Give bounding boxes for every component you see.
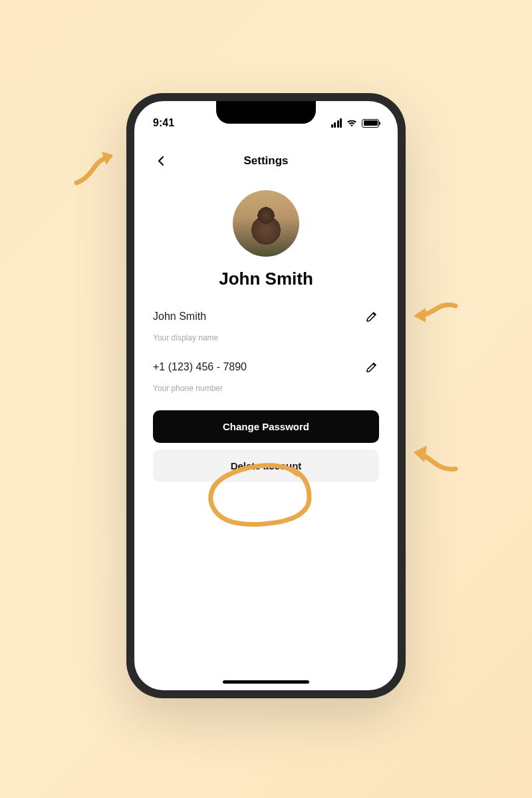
edit-phone-button[interactable] (364, 360, 379, 374)
status-time: 9:41 (153, 117, 174, 129)
annotation-arrow-icon (406, 296, 462, 339)
phone-value: +1 (123) 456 - 7890 (153, 361, 247, 373)
phone-screen: 9:41 Settings John Smith (134, 101, 398, 690)
chevron-left-icon (158, 156, 164, 166)
back-button[interactable] (153, 153, 169, 169)
settings-content: John Smith Your display name +1 (123) 45… (134, 309, 398, 489)
annotation-arrow-icon (70, 146, 123, 193)
pencil-icon (366, 361, 378, 373)
battery-icon (362, 119, 379, 128)
cellular-signal-icon (331, 118, 342, 128)
page-title: Settings (243, 154, 288, 168)
display-name-hint: Your display name (153, 333, 379, 342)
change-password-button[interactable]: Change Password (153, 410, 379, 443)
phone-frame: 9:41 Settings John Smith (126, 93, 406, 698)
edit-display-name-button[interactable] (364, 309, 379, 324)
display-name-value: John Smith (153, 311, 206, 323)
phone-notch (216, 101, 316, 124)
page-header: Settings (134, 140, 398, 182)
wifi-icon (346, 118, 358, 128)
phone-row: +1 (123) 456 - 7890 (153, 360, 379, 374)
status-indicators (331, 118, 380, 128)
home-indicator[interactable] (223, 680, 309, 684)
pencil-icon (366, 311, 378, 323)
phone-hint: Your phone number (153, 384, 379, 393)
delete-account-button[interactable]: Delete account (153, 450, 379, 482)
avatar[interactable] (233, 190, 299, 257)
display-name-row: John Smith (153, 309, 379, 324)
profile-name: John Smith (134, 269, 398, 289)
annotation-arrow-icon (406, 439, 462, 479)
